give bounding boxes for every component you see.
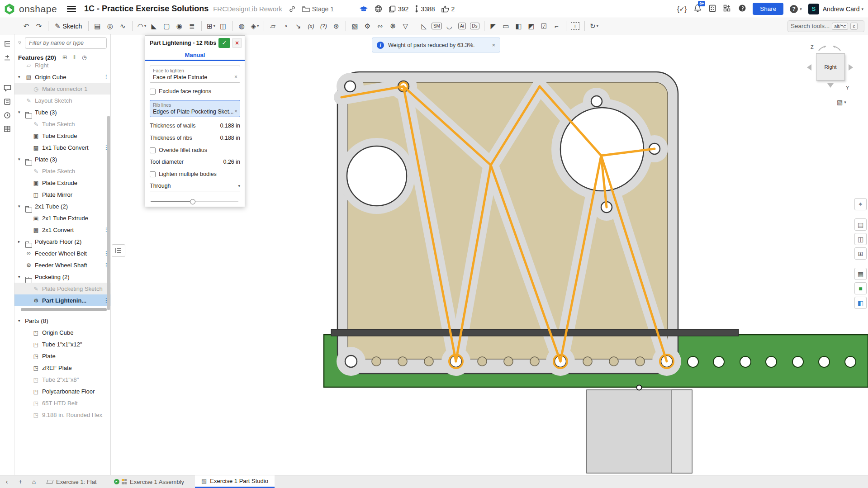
feature-row[interactable]: ◫ Plate Mirror [14,189,110,200]
tab-exercise-1-assembly[interactable]: ▸ Exercise 1 Assembly [108,475,190,488]
undo-icon[interactable]: ↶ [20,20,32,32]
feature-row[interactable]: ▾ ▧ Origin Cube ⋮ [14,71,110,83]
transform-icon[interactable]: ↘ [293,20,304,32]
likes-thumb-icon[interactable] [441,5,449,13]
tool-diameter-input[interactable]: 0.26 in [223,159,240,165]
share-button[interactable]: Share [753,3,783,15]
featurescript-icon[interactable]: {✓} [677,5,687,13]
app-store-icon[interactable] [723,5,731,14]
view-options-icon[interactable]: ⊞ [854,247,867,260]
feature-row[interactable]: ✎ Layout Sketch [14,95,110,106]
gear-feature-icon[interactable]: ☸ [387,20,399,32]
filter-funnel-icon[interactable]: ▽ [400,20,412,32]
user-caret-icon[interactable]: ▾ [861,7,863,11]
feature-list-flyout-button[interactable] [112,244,125,257]
face-to-lighten-field[interactable]: Face to lighten Face of Plate Extrude × [150,66,240,83]
plane-icon[interactable]: ▱ [267,20,279,32]
robot-feature-icon[interactable]: ⚙ [362,20,374,32]
feature-row[interactable]: ▸ Polycarb Floor (2) [14,236,110,247]
sheet-metal-icon[interactable]: SM [431,20,443,32]
tables-icon[interactable] [0,122,14,136]
feature-row[interactable]: ⚙ Part Lightenin... ⋮ [14,294,110,306]
variable-icon[interactable]: (x) [305,20,317,32]
caret-icon[interactable]: ▾ [18,75,25,79]
feature-row[interactable]: ⚙ Feeder Wheel Shaft ⋮ [14,259,110,271]
feature-row[interactable]: ▩ 2x1 Convert ⋮ [14,224,110,236]
override-fillet-radius-row[interactable]: Overide fillet radius [150,147,240,153]
delete-face-icon[interactable]: ▭ [500,20,512,32]
part-row[interactable]: ◳ Tube 2"x1"x8" [14,374,110,385]
extrude-icon[interactable]: ▤ [92,20,104,32]
rotate-arrows[interactable] [792,42,867,53]
depth-slider[interactable] [151,199,238,205]
copy-link-icon[interactable] [289,5,296,13]
part-row[interactable]: ◳ 9.188 in. Rounded Hex... [14,409,110,421]
tasks-icon[interactable] [709,5,716,14]
chamfer-icon[interactable]: ◣ [148,20,160,32]
custom-feature-icon[interactable]: ⊛ [331,20,342,32]
part-row[interactable]: ◳ Tube 1"x1"x12" [14,338,110,350]
sketch-check-icon[interactable]: ☑ [538,20,550,32]
notes-icon[interactable] [0,95,14,109]
design-studio-icon[interactable]: Ds [469,20,481,32]
fillet-icon[interactable]: ◠▾ [136,20,147,32]
view-orient-icon[interactable]: ↻▾ [588,20,600,32]
caret-icon[interactable]: ▾ [18,204,25,208]
tree-vertical-scrollbar[interactable] [107,116,110,310]
thread-icon[interactable]: ≣ [186,20,198,32]
feature-row[interactable]: ▾ Pocketing (2) [14,271,110,283]
tree-horizontal-scrollbar[interactable] [21,308,107,311]
corner-blend-icon[interactable]: ◤ [488,20,499,32]
help-icon[interactable]: ? [790,5,798,13]
replace-face-icon[interactable]: ◧ [513,20,525,32]
notifications-bell-icon[interactable]: 9+ [694,4,702,14]
clear-selection-icon[interactable]: × [234,108,237,114]
ai-icon[interactable]: Ai [456,20,468,32]
toast-close-icon[interactable]: × [492,42,495,48]
versions-icon[interactable] [0,109,14,122]
sketch-button[interactable]: ✎ Sketch [51,21,85,32]
curve-icon[interactable]: ⌐ [551,20,563,32]
public-globe-icon[interactable] [375,5,382,13]
rotate-down-icon[interactable] [827,83,834,88]
feature-row[interactable]: ▣ 2x1 Tube Extrude [14,212,110,224]
rotate-left-icon[interactable] [807,64,811,71]
mate-connector-icon[interactable]: ◔ [280,20,292,32]
copies-icon[interactable] [389,5,396,13]
thickness-of-walls-input[interactable]: 0.188 in [220,123,240,129]
exclude-face-regions-checkbox[interactable] [150,89,156,95]
caret-icon[interactable]: ▾ [18,110,25,114]
structure-icon[interactable] [0,37,14,51]
lighten-multiple-bodies-checkbox[interactable] [150,171,156,177]
caret-icon[interactable]: ▾ [18,275,25,279]
feature-row[interactable]: ▩ 1x1 Tube Convert ⋮ [14,142,110,153]
mirror-icon[interactable]: ◫ [218,20,229,32]
tab-exercise-1-part-studio[interactable]: ▧ Exercise 1 Part Studio [195,475,275,488]
feature-row[interactable]: ▣ Tube Extrude [14,130,110,142]
feature-row[interactable]: ✎ Tube Sketch [14,118,110,130]
slider-handle[interactable] [190,199,195,204]
feature-row[interactable]: ◷ Mate connector 1 [14,83,110,95]
feature-row[interactable]: ✎ Plate Sketch [14,165,110,177]
confirm-button[interactable]: ✓ [218,38,230,48]
move-face-icon[interactable]: ◩ [526,20,537,32]
tool-icon[interactable] [484,21,484,31]
overflow-dots-icon[interactable]: ⋮ [103,74,109,80]
triad-icon[interactable]: + [569,20,581,32]
collapse-tabs-icon[interactable]: ‹ [0,475,14,488]
fs-search-icon[interactable]: (?) [318,20,330,32]
document-title[interactable]: 1C - Practice Exercise Solutions [84,4,209,14]
folder-name[interactable]: Stage 1 [312,5,334,13]
feature-row[interactable]: ▱ Right [14,59,110,71]
tool-icon[interactable] [132,21,133,31]
tool-icon[interactable] [264,21,264,31]
linear-pattern-icon[interactable]: ⊞▾ [205,20,217,32]
rotate-right-icon[interactable] [849,64,853,71]
add-tab-icon[interactable]: + [14,475,27,488]
tool-icon[interactable] [566,21,566,31]
caret-icon[interactable]: ▸ [18,239,25,244]
feature-row[interactable]: ✎ Plate Pocketing Sketch [14,283,110,294]
tab-manual[interactable]: Manual [185,52,205,58]
tool-icon[interactable] [201,21,202,31]
tool-icon[interactable] [346,21,346,31]
